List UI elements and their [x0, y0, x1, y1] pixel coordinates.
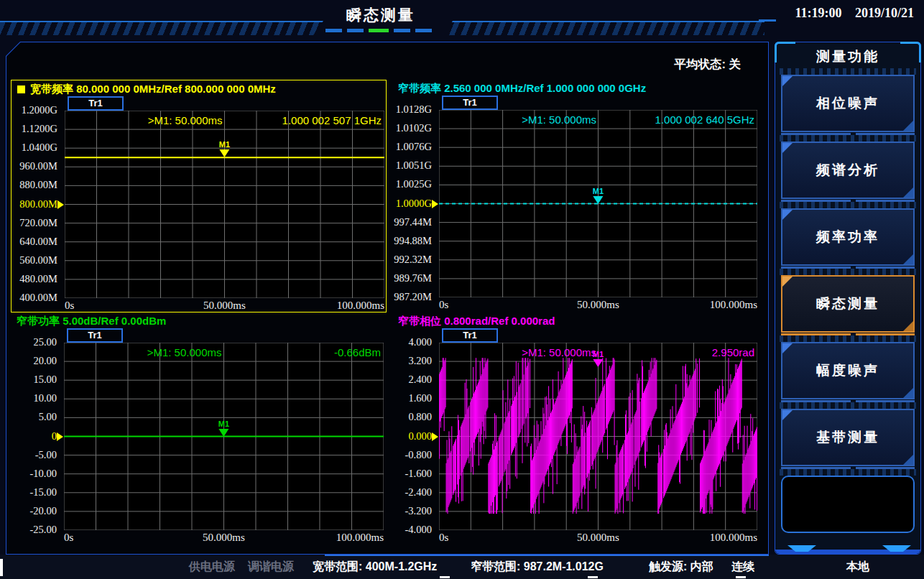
y-axis-tick: -2.400: [392, 486, 432, 499]
sidebar-separator: [780, 202, 916, 208]
chart-title-text: 宽带频率 80.000 000 0MHz/Ref 800.000 000 0MH…: [30, 83, 276, 95]
chart-title: 窄带功率 5.00dB/Ref 0.00dBm: [17, 315, 166, 328]
x-axis-tick: 100.000ms: [337, 300, 384, 312]
y-axis-tick: 880.00M: [11, 179, 57, 191]
sidebar-button-amplitude-noise[interactable]: 幅度噪声: [781, 342, 915, 399]
sidebar-header: 测量功能: [775, 45, 920, 68]
marker-readout-time: >M1: 50.000ms: [522, 110, 596, 129]
m1-marker[interactable]: M1: [218, 420, 229, 437]
ref-level-arrow: [432, 200, 438, 208]
sidebar-separator: [780, 135, 916, 142]
sidebar-button-label: 频率功率: [816, 228, 879, 246]
y-axis-tick: 800.00M: [11, 198, 57, 210]
sidebar-separator: [780, 68, 916, 75]
plot-grid-and-trace: [439, 343, 757, 530]
chart-panel-wideband-frequency[interactable]: 宽带频率 80.000 000 0MHz/Ref 800.000 000 0MH…: [11, 80, 387, 312]
m1-marker-label: M1: [219, 141, 230, 149]
trace-tab[interactable]: Tr1: [442, 328, 498, 343]
trace-tab[interactable]: Tr1: [68, 96, 124, 111]
y-axis-tick: 989.76M: [392, 272, 432, 284]
x-axis-tick: 0s: [64, 532, 73, 544]
plot-area[interactable]: >M1: 50.000ms1.000 002 507 1GHz: [65, 111, 384, 298]
trace-tab[interactable]: Tr1: [67, 328, 123, 343]
trace-tab[interactable]: Tr1: [442, 96, 498, 110]
y-axis-tick: 1.0128G: [392, 103, 432, 116]
y-axis-tick: 0.800: [392, 411, 432, 423]
sidebar-button-label: 幅度噪声: [816, 361, 879, 380]
sidebar-button-frequency-power[interactable]: 频率功率: [781, 208, 915, 266]
status-bar-accent-line: [325, 555, 769, 556]
marker-readout-time: >M1: 50.000ms: [522, 343, 596, 361]
y-axis-tick: 15.00: [11, 374, 57, 386]
chart-title-text: 窄带频率 2.560 000 0MHz/Ref 1.000 000 000 0G…: [398, 82, 646, 94]
m1-marker[interactable]: M1: [593, 187, 604, 204]
m1-marker-triangle: [593, 359, 604, 367]
y-axis-tick: 560.00M: [11, 254, 57, 267]
ref-level-arrow: [432, 432, 438, 441]
m1-marker[interactable]: M1: [593, 351, 604, 367]
top-decoration-right: [443, 21, 764, 35]
status-wideband-range: 宽带范围: 400M-1.2GHz: [313, 560, 437, 575]
plot-area[interactable]: >M1: 50.000ms1.000 002 640 5GHz: [439, 110, 757, 297]
y-axis-tick: -25.00: [11, 524, 57, 536]
sidebar-button-baseband-measurement[interactable]: 基带测量: [781, 409, 915, 466]
clock-time: 11:19:00: [795, 6, 841, 20]
instrument-screen: 瞬态测量 11:19:00 2019/10/21 平均状态: 关 宽带频率 80…: [0, 0, 924, 579]
y-axis-tick: 1.0051G: [392, 159, 432, 172]
status-bar-tick: [440, 576, 450, 578]
y-axis-tick: 0: [11, 430, 57, 443]
underline-dash-green: [369, 29, 389, 32]
m1-marker-triangle: [220, 149, 230, 157]
page-title: 瞬态测量: [322, 5, 440, 25]
sidebar-buttons: 相位噪声频谱分析频率功率瞬态测量幅度噪声基带测量: [775, 68, 920, 533]
plot-area[interactable]: >M1: 50.000ms2.950rad: [439, 343, 757, 530]
y-axis-tick: -4.000: [392, 524, 432, 536]
selected-indicator-square: [17, 85, 25, 93]
y-axis-tick: -0.800: [392, 449, 432, 461]
sidebar: 测量功能 相位噪声频谱分析频率功率瞬态测量幅度噪声基带测量: [775, 42, 921, 555]
sidebar-button-label: 频谱分析: [816, 161, 879, 180]
sidebar-separator: [780, 269, 916, 275]
status-power-supply: 供电电源: [189, 560, 235, 575]
y-axis-tick: -15.00: [11, 486, 57, 499]
y-axis-tick: 25.00: [11, 336, 57, 348]
y-axis-tick: 2.400: [392, 374, 432, 386]
m1-marker-triangle: [219, 429, 229, 437]
chart-panel-narrowband-phase[interactable]: 窄带相位 0.800rad/Ref 0.000radTr1>M1: 50.000…: [392, 312, 769, 547]
plot-area[interactable]: >M1: 50.000ms-0.66dBm: [64, 343, 384, 530]
sidebar-button-spectrum-analysis[interactable]: 频谱分析: [781, 142, 915, 199]
marker-readout-time: >M1: 50.000ms: [148, 111, 223, 129]
sidebar-button-transient-measurement[interactable]: 瞬态测量: [781, 275, 915, 333]
y-axis-tick: 997.44M: [392, 216, 432, 228]
marker-readout-value: 1.000 002 640 5GHz: [655, 110, 754, 129]
y-axis-tick: 3.200: [392, 355, 432, 367]
plot-grid-and-trace: [439, 110, 757, 297]
chart-title-text: 窄带相位 0.800rad/Ref 0.000rad: [398, 315, 555, 327]
y-axis-tick: 400.00M: [11, 292, 57, 304]
status-bar: 供电电源调谐电源宽带范围: 400M-1.2GHz窄带范围: 987.2M-1.…: [0, 555, 924, 579]
chart-panel-narrowband-power[interactable]: 窄带功率 5.00dB/Ref 0.00dBmTr1>M1: 50.000ms-…: [11, 312, 387, 547]
y-axis-tick: 1.1200G: [11, 123, 57, 135]
x-axis-tick: 0s: [439, 299, 448, 311]
title-underline: [325, 29, 432, 32]
y-axis-tick: 4.000: [392, 336, 432, 348]
y-axis-tick: 1.0025G: [392, 178, 432, 190]
sidebar-button-label: 瞬态测量: [816, 295, 879, 313]
chart-panel-narrowband-frequency[interactable]: 窄带频率 2.560 000 0MHz/Ref 1.000 000 000 0G…: [392, 80, 769, 312]
y-axis-tick: -10.00: [11, 468, 57, 480]
clock-date: 2019/10/21: [855, 6, 914, 20]
y-axis-tick: 0.000: [392, 430, 432, 443]
status-narrowband-range: 窄带范围: 987.2M-1.012G: [471, 560, 604, 575]
m1-marker[interactable]: M1: [219, 141, 230, 157]
status-local: 本地: [846, 560, 869, 575]
plot-grid-and-trace: [65, 111, 384, 298]
marker-readout-value: -0.66dBm: [334, 343, 381, 361]
sidebar-empty-slot[interactable]: [781, 476, 915, 533]
x-axis-tick: 50.000ms: [577, 299, 619, 311]
underline-dash: [347, 29, 364, 32]
x-axis-tick: 100.000ms: [336, 532, 384, 544]
underline-dash: [415, 29, 432, 32]
status-continuous: 连续: [731, 560, 754, 575]
sidebar-button-phase-noise[interactable]: 相位噪声: [781, 75, 915, 132]
y-axis-tick: 1.0076G: [392, 141, 432, 153]
